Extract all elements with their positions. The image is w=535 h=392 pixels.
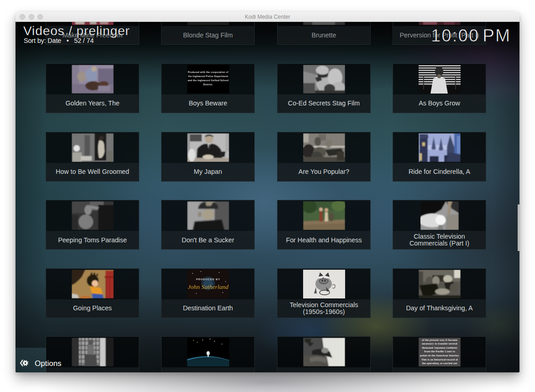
svg-text:points in the American Interio: points in the American Interior. (420, 354, 459, 357)
svg-text:District.: District. (203, 84, 213, 86)
svg-text:of the present war, it became: of the present war, it became (421, 338, 457, 341)
svg-text:from the Pacific Coast to: from the Pacific Coast to (424, 350, 455, 353)
svg-text:Produced with the cooperation: Produced with the cooperation of (188, 71, 228, 73)
svg-text:and the Inglewood Unified Scho: and the Inglewood Unified School (188, 79, 229, 82)
svg-text:the operation, as carried: the operation, as carried out (422, 361, 457, 365)
svg-text:John Sutherland: John Sutherland (188, 283, 228, 290)
svg-text:PRODUCED BY: PRODUCED BY (196, 278, 220, 281)
svg-text:necessary to transfer several: necessary to transfer several (422, 342, 457, 345)
svg-text:the Inglewood Police Departmen: the Inglewood Police Department (188, 75, 228, 78)
svg-text:This is an historical record o: This is an historical record of (421, 358, 458, 361)
svg-text:thousand Japanese residents: thousand Japanese residents (422, 346, 457, 349)
